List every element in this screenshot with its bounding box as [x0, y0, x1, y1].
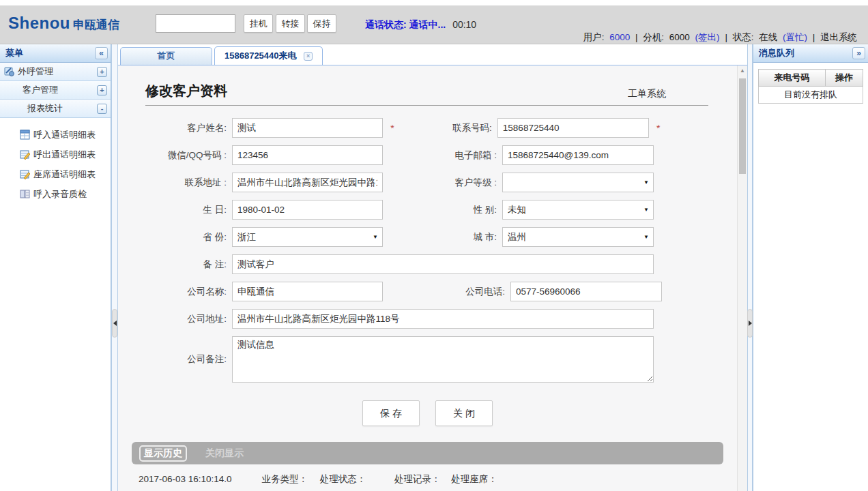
right-splitter[interactable] [747, 44, 753, 491]
separator: | [635, 32, 638, 42]
save-button[interactable]: 保 存 [362, 400, 420, 426]
queue-empty-text: 目前没有排队 [759, 87, 863, 104]
app-window: Shenou申瓯通信 挂机 转接 保持 通话状态: 通话中... 00:10 用… [0, 0, 868, 491]
show-history-button[interactable]: 显示历史 [139, 445, 187, 462]
chevron-down-icon: ▼ [373, 228, 378, 246]
user-id-link[interactable]: 6000 [609, 32, 630, 42]
expand-panel-icon[interactable]: » [852, 47, 865, 59]
company-name-input[interactable] [232, 282, 383, 301]
form-row: 省 份: 浙江 ▼ 城 市: 温州 ▼ [118, 227, 737, 247]
history-record-row: 2017-06-03 16:10:14.0 业务类型： 处理状态： 处理记录： … [139, 473, 723, 486]
close-tab-icon[interactable]: × [304, 52, 313, 61]
collapse-group-icon[interactable]: - [97, 104, 107, 114]
sign-out-link[interactable]: (签出) [695, 32, 720, 42]
menu-panel-header: 菜单 « [0, 44, 111, 63]
call-timer: 00:10 [452, 19, 476, 30]
dial-number-input[interactable] [156, 14, 235, 33]
queue-title: 消息队列 [759, 47, 852, 59]
tab-home[interactable]: 首页 [120, 47, 212, 65]
form-row: 微信/QQ号码 : 电子邮箱 : [118, 145, 737, 165]
field-label: 联系号码: [394, 122, 497, 134]
birthday-input[interactable] [232, 200, 383, 220]
extension-label: 分机: [643, 32, 664, 42]
company-note-textarea[interactable]: 测试信息 [232, 336, 654, 383]
triangle-right-icon [749, 321, 752, 326]
logo-text-en: Shenou [8, 14, 70, 32]
selected-value: 未知 [508, 205, 526, 215]
outbound-manage-icon [4, 66, 15, 77]
field-label: 性 别: [383, 204, 502, 216]
expand-group-icon[interactable]: + [97, 85, 107, 95]
queue-table: 来电号码 操作 目前没有排队 [758, 69, 863, 104]
table-row: 目前没有排队 [759, 87, 863, 104]
form-row: 公司名称: 公司电话: [118, 282, 737, 301]
sidebar-group-label: 报表统计 [27, 102, 97, 115]
sidebar-item-outbound-call-detail[interactable]: 呼出通话明细表 [0, 145, 111, 164]
field-label: 省 份: [118, 231, 232, 243]
brand-logo: Shenou申瓯通信 [8, 14, 119, 33]
sidebar-item-inbound-recording-qc[interactable]: 呼入录音质检 [0, 184, 111, 204]
report-list-icon [20, 189, 30, 199]
transfer-button[interactable]: 转接 [276, 14, 305, 33]
tab-label: 15868725440来电 [225, 50, 297, 61]
field-label: 公司地址: [118, 313, 232, 325]
customer-name-input[interactable] [232, 118, 383, 138]
history-toolbar: 显示历史 关闭显示 [132, 442, 723, 464]
page-title: 修改客户资料 [145, 82, 628, 100]
field-label: 城 市: [383, 231, 502, 243]
scrollbar-thumb[interactable] [739, 78, 746, 174]
field-label: 联系地址 : [118, 177, 232, 189]
sidebar-group-outbound[interactable]: 外呼管理 + [0, 63, 111, 81]
email-input[interactable] [502, 145, 654, 165]
logout-link[interactable]: 退出系统 [820, 32, 857, 42]
note-input[interactable] [232, 254, 654, 274]
hold-button[interactable]: 保持 [307, 14, 336, 33]
field-label: 微信/QQ号码 : [118, 149, 232, 162]
form-actions: 保 存 关 闭 [118, 400, 737, 426]
sidebar-item-label: 呼入通话明细表 [33, 129, 96, 141]
collapse-right-handle[interactable] [747, 309, 753, 338]
contact-address-input[interactable] [232, 173, 383, 192]
set-busy-link[interactable]: (置忙) [783, 32, 807, 42]
sidebar-group-customers[interactable]: 客户管理 + [0, 81, 111, 100]
sidebar-group-label: 外呼管理 [18, 65, 97, 78]
form-row: 公司地址: [118, 309, 737, 329]
contact-number-input[interactable] [497, 118, 649, 138]
sidebar-item-inbound-call-detail[interactable]: 呼入通话明细表 [0, 125, 111, 145]
table-edit-icon [20, 169, 30, 179]
scroll-up-icon[interactable]: ▲ [738, 68, 747, 74]
tab-bar: 首页 15868725440来电 × [118, 44, 747, 65]
user-info-bar: 用户: 6000 | 分机: 6000 (签出) | 状态: 在线 (置忙) |… [581, 31, 857, 44]
hangup-button[interactable]: 挂机 [244, 14, 273, 33]
province-select[interactable]: 浙江 ▼ [232, 227, 383, 247]
form-row: 客户姓名: * 联系号码: * [118, 118, 737, 138]
status-value: 在线 [759, 32, 777, 42]
field-label: 电子邮箱 : [383, 149, 502, 162]
collapse-left-handle[interactable] [112, 309, 117, 338]
city-select[interactable]: 温州 ▼ [502, 227, 654, 247]
chevron-down-icon: ▼ [643, 228, 649, 246]
customer-level-select[interactable]: ▼ [502, 173, 654, 192]
collapse-sidebar-icon[interactable]: « [95, 47, 108, 59]
company-phone-input[interactable] [510, 282, 662, 301]
user-label: 用户: [583, 32, 605, 42]
gender-select[interactable]: 未知 ▼ [502, 200, 654, 220]
work-order-link[interactable]: 工单系统 [628, 88, 666, 100]
sidebar-group-reports[interactable]: 报表统计 - [0, 100, 111, 118]
sidebar-item-agent-call-detail[interactable]: 座席通话明细表 [0, 164, 111, 184]
selected-value: 温州 [508, 232, 526, 242]
main-panel: 首页 15868725440来电 × 修改客户资料 工单系统 客户姓名: [118, 44, 747, 491]
expand-group-icon[interactable]: + [97, 67, 107, 77]
vertical-scrollbar[interactable]: ▲ [737, 65, 747, 491]
tab-content: 修改客户资料 工单系统 客户姓名: * 联系号码: * [118, 65, 747, 491]
left-splitter[interactable] [111, 44, 118, 491]
form-row: 生 日: 性 别: 未知 ▼ [118, 200, 737, 220]
field-label: 客户姓名: [118, 122, 232, 134]
company-address-input[interactable] [232, 309, 654, 329]
form-row: 联系地址 : 客户等级 : ▼ [118, 173, 737, 192]
wechat-qq-input[interactable] [232, 145, 383, 165]
close-button[interactable]: 关 闭 [435, 400, 493, 426]
table-icon [20, 130, 30, 140]
hide-history-button[interactable]: 关闭显示 [205, 447, 244, 460]
tab-incoming-call[interactable]: 15868725440来电 × [214, 46, 323, 65]
